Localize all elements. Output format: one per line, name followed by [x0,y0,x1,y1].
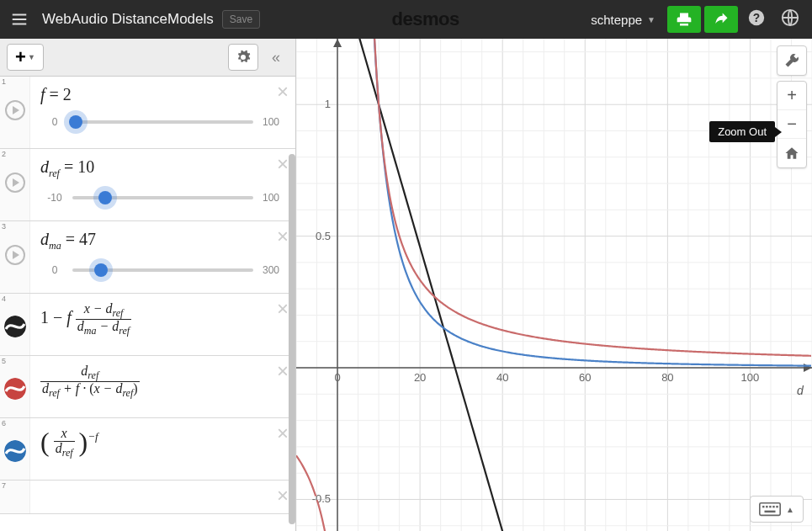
svg-rect-63 [760,503,780,516]
print-button[interactable] [667,6,701,33]
graph-canvas[interactable]: 020406080100-0.50.51d + − Zoom Out ▲ [296,39,812,531]
expression-latex[interactable]: ( xdref )−f [40,427,285,459]
slider-max[interactable]: 100 [257,192,285,204]
play-slider-button[interactable] [5,100,25,120]
language-icon[interactable] [775,8,805,31]
svg-text:0: 0 [334,371,340,384]
row-index: 3 [2,222,6,231]
slider[interactable]: 0 100 [40,109,285,135]
row-index: 4 [2,295,6,303]
delete-row-icon[interactable]: × [277,422,289,445]
svg-text:d: d [797,384,804,397]
svg-text:0.5: 0.5 [316,230,331,242]
svg-text:60: 60 [579,371,591,384]
menu-icon[interactable] [0,0,39,39]
expression-latex[interactable]: 1 − f x − drefdma − dref [40,302,285,337]
expression-row[interactable]: 5 × dref dref + f · (x − dref) [0,356,295,418]
row-index: 7 [2,481,6,490]
expression-row[interactable]: 7 × [0,481,295,514]
expression-settings-button[interactable] [228,44,258,71]
document-title[interactable]: WebAudio DistanceModels [42,11,214,28]
zoom-out-button[interactable]: − [778,110,806,139]
keyboard-button[interactable]: ▲ [750,496,804,523]
slider[interactable]: 0 300 [40,258,285,283]
svg-text:?: ? [753,11,760,24]
delete-row-icon[interactable]: × [277,225,289,248]
row-index: 5 [2,357,6,365]
svg-text:40: 40 [496,371,508,384]
caret-up-icon: ▲ [786,505,794,514]
help-icon[interactable]: ? [741,8,772,31]
home-button[interactable] [778,139,806,167]
svg-rect-69 [765,511,776,512]
expression-latex[interactable]: f = 2 [40,85,285,104]
zoom-out-tooltip: Zoom Out [709,121,775,142]
curve-color-icon[interactable] [4,316,26,337]
save-button[interactable]: Save [222,10,260,29]
expression-latex[interactable]: dref dref + f · (x − dref) [40,364,285,399]
curve-color-icon[interactable] [4,378,26,400]
expression-row[interactable]: 6 × ( xdref )−f [0,418,295,481]
slider-max[interactable]: 300 [257,264,285,276]
slider[interactable]: -10 100 [40,185,285,210]
expression-panel: + ▼ « 1 × f = 2 0 [0,39,296,531]
expression-row[interactable]: 2 × dref = 10 -10 100 [0,149,295,221]
expression-row[interactable]: 4 × 1 − f x − drefdma − dref [0,294,295,356]
svg-text:20: 20 [414,371,426,384]
collapse-panel-button[interactable]: « [263,49,289,66]
panel-toolbar: + ▼ « [0,39,295,77]
caret-down-icon: ▼ [28,53,35,61]
curve-color-icon[interactable] [4,440,26,462]
expression-latex[interactable]: dma = 47 [40,230,285,252]
delete-row-icon[interactable]: × [277,484,289,507]
delete-row-icon[interactable]: × [277,152,289,176]
row-index: 2 [2,150,6,158]
delete-row-icon[interactable]: × [277,359,289,383]
app-header: WebAudio DistanceModels Save desmos scht… [0,0,812,39]
svg-text:1: 1 [325,98,331,110]
zoom-in-button[interactable]: + [778,82,806,110]
expression-row[interactable]: 3 × dma = 47 0 300 [0,221,295,294]
delete-row-icon[interactable]: × [277,80,289,104]
slider-min[interactable]: -10 [40,192,69,204]
slider-min[interactable]: 0 [40,264,69,276]
svg-rect-64 [762,506,764,507]
desmos-logo: desmos [392,8,459,30]
svg-rect-67 [772,506,774,507]
plus-icon: + [15,48,26,66]
expression-list: 1 × f = 2 0 100 2 [0,77,295,531]
graph-tools: + − [777,45,807,168]
expression-latex[interactable]: dref = 10 [40,157,285,180]
wrench-icon[interactable] [778,46,806,75]
play-slider-button[interactable] [5,245,25,265]
scrollbar[interactable] [289,154,295,524]
svg-text:100: 100 [741,371,760,384]
add-expression-button[interactable]: + ▼ [7,44,44,71]
row-index: 6 [2,419,6,427]
caret-down-icon: ▼ [647,15,655,24]
user-menu[interactable]: schteppe ▼ [591,13,655,27]
play-slider-button[interactable] [5,173,25,193]
slider-min[interactable]: 0 [40,116,69,128]
share-button[interactable] [704,6,738,33]
svg-rect-68 [776,506,778,507]
slider-max[interactable]: 100 [257,116,285,128]
expression-row[interactable]: 1 × f = 2 0 100 [0,77,295,149]
svg-rect-66 [769,506,771,507]
svg-text:80: 80 [661,371,673,384]
username: schteppe [591,13,642,27]
delete-row-icon[interactable]: × [277,297,289,321]
svg-rect-65 [766,506,767,507]
row-index: 1 [2,77,6,86]
